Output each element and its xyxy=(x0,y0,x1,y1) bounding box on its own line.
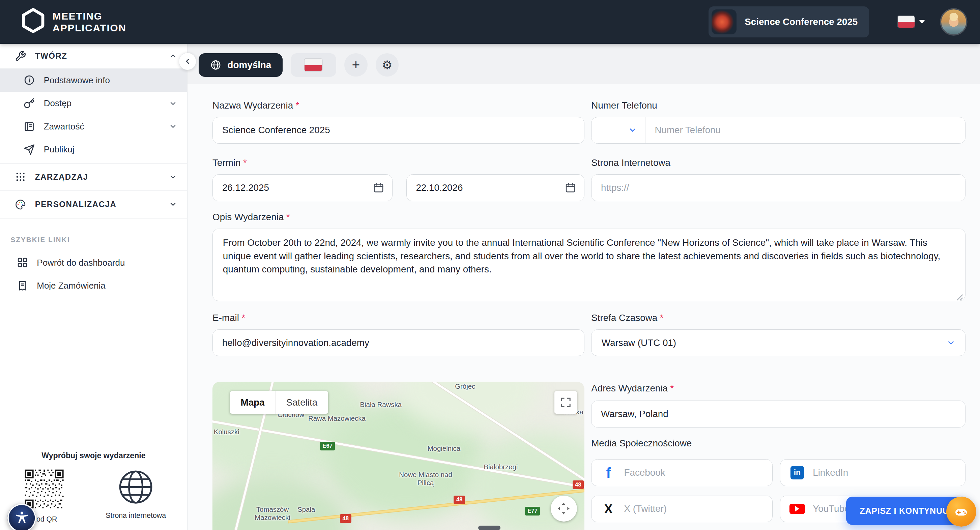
description-textarea[interactable]: From October 20th to 22nd, 2024, we warm… xyxy=(212,229,966,301)
calendar-icon[interactable] xyxy=(565,182,576,194)
satellite-view-button[interactable]: Satelita xyxy=(275,391,328,414)
receipt-icon xyxy=(17,280,28,291)
language-selector[interactable] xyxy=(898,16,925,28)
sidebar-item-content[interactable]: Zawartość xyxy=(0,115,187,138)
chevron-left-icon xyxy=(183,57,191,65)
sidebar-item-label: Dostęp xyxy=(44,99,72,108)
logo-line-1: MEETING xyxy=(52,10,126,22)
language-settings-button[interactable]: ⚙ xyxy=(375,53,399,76)
pan-arrows-icon xyxy=(556,501,571,516)
country-code-select[interactable] xyxy=(592,117,645,143)
grid-icon xyxy=(15,171,26,182)
palette-icon xyxy=(15,199,26,210)
sidebar-item-basic-info[interactable]: Podstawowe info xyxy=(0,69,187,92)
plus-icon: + xyxy=(352,58,360,72)
sidebar-item-label: Zawartość xyxy=(44,122,84,132)
linkedin-icon: in xyxy=(789,466,805,480)
sidebar-item-my-orders[interactable]: Moje Zamówienia xyxy=(0,274,187,298)
field-label-timezone: Strefa Czasowa* xyxy=(591,312,663,323)
calendar-icon[interactable] xyxy=(373,182,385,194)
youtube-icon xyxy=(789,504,805,514)
floating-widget-button[interactable] xyxy=(946,497,976,527)
facebook-field: f xyxy=(591,459,772,486)
google-map[interactable]: Grójec Warka Biała Rawska Rawa Mazowieck… xyxy=(212,382,584,530)
logo-hexagon-icon xyxy=(21,7,45,36)
event-switcher[interactable]: Science Conference 2025 xyxy=(708,6,869,38)
sidebar-collapse-button[interactable] xyxy=(179,53,196,70)
field-label-email: E-mail* xyxy=(212,312,245,323)
book-icon xyxy=(24,121,35,132)
facebook-icon: f xyxy=(600,465,616,481)
website-input[interactable] xyxy=(591,174,966,201)
field-label-social-media: Media Społecznościowe xyxy=(591,438,692,449)
tab-default-language[interactable]: domyślna xyxy=(199,53,282,77)
start-date-input[interactable] xyxy=(222,182,291,193)
wrench-icon xyxy=(15,51,26,62)
event-name-input[interactable] xyxy=(212,117,584,144)
polish-flag-icon xyxy=(304,59,322,71)
chevron-down-icon xyxy=(919,20,925,24)
key-icon xyxy=(24,98,35,109)
language-tabs: domyślna + ⚙ xyxy=(199,53,399,77)
start-date-field[interactable] xyxy=(212,174,393,201)
required-asterisk: * xyxy=(242,312,245,323)
address-input[interactable] xyxy=(591,401,966,428)
qr-code-image xyxy=(24,468,65,509)
sidebar-section-manage[interactable]: ZARZĄDZAJ xyxy=(0,164,187,191)
timezone-select[interactable]: Warsaw (UTC 01) xyxy=(591,329,966,357)
chevron-down-icon xyxy=(169,200,177,208)
end-date-input[interactable] xyxy=(416,182,485,193)
sidebar-section-personalize[interactable]: PERSONALIZACJA xyxy=(0,191,187,218)
map-town-label: Spała xyxy=(298,505,315,514)
field-label-dates: Termin* xyxy=(212,158,247,168)
resize-handle-icon[interactable] xyxy=(956,292,963,298)
sidebar-item-access[interactable]: Dostęp xyxy=(0,92,187,115)
event-website-link[interactable]: Strona internetowa xyxy=(105,468,166,524)
x-twitter-icon: X xyxy=(600,502,616,516)
chevron-down-icon xyxy=(169,99,177,108)
map-view-button[interactable]: Mapa xyxy=(230,391,275,414)
app-logo[interactable]: MEETING APPLICATION xyxy=(21,7,126,36)
topbar: MEETING APPLICATION Science Conference 2… xyxy=(0,0,980,44)
map-town-label: Białobrzegi xyxy=(484,463,518,471)
linkedin-input[interactable] xyxy=(813,460,965,486)
end-date-field[interactable] xyxy=(406,174,584,201)
sidebar-section-label: TWÓRZ xyxy=(35,51,67,61)
field-label-event-name: Nazwa Wydarzenia* xyxy=(212,100,299,111)
sidebar-item-back-to-dashboard[interactable]: Powrót do dashboardu xyxy=(0,251,187,274)
horizontal-scrollbar-thumb[interactable] xyxy=(478,525,501,530)
gear-icon: ⚙ xyxy=(382,59,393,71)
add-language-button[interactable]: + xyxy=(344,53,368,76)
field-label-website: Strona Internetowa xyxy=(591,158,670,168)
required-asterisk: * xyxy=(296,100,299,111)
map-pan-control[interactable] xyxy=(551,496,577,522)
map-fullscreen-button[interactable] xyxy=(554,391,577,414)
tab-polish-language[interactable] xyxy=(291,53,336,77)
phone-field xyxy=(591,117,966,144)
map-town-label: Tomaszów Mazowiecki xyxy=(242,505,302,522)
email-input[interactable] xyxy=(212,329,584,357)
x-twitter-input[interactable] xyxy=(624,496,772,522)
phone-input[interactable] xyxy=(646,117,966,143)
map-town-label: Rawa Mazowiecka xyxy=(307,414,366,422)
globe-icon xyxy=(117,468,154,506)
chevron-up-icon xyxy=(169,52,177,60)
timezone-value: Warsaw (UTC 01) xyxy=(601,337,676,348)
map-town-label: Koluszki xyxy=(214,428,239,436)
road-badge: E77 xyxy=(525,507,540,516)
field-label-address: Adres Wydarzenia* xyxy=(591,383,674,394)
info-icon xyxy=(24,75,35,86)
tab-label: domyślna xyxy=(228,60,272,70)
sidebar-item-publish[interactable]: Publikuj xyxy=(0,138,187,161)
chevron-down-icon xyxy=(947,339,955,347)
field-label-description: Opis Wydarzenia* xyxy=(212,212,290,223)
sidebar-section-create[interactable]: TWÓRZ xyxy=(0,44,187,69)
chevron-down-icon xyxy=(169,173,177,181)
facebook-input[interactable] xyxy=(624,460,772,486)
required-asterisk: * xyxy=(243,158,247,168)
map-town-label: Nowe Miasto nad Pilicą xyxy=(390,471,461,487)
globe-icon xyxy=(210,59,221,70)
quick-links-title: SZYBKIE LINKI xyxy=(11,236,187,244)
user-avatar[interactable] xyxy=(941,10,966,34)
map-town-label: Grójec xyxy=(455,382,475,390)
